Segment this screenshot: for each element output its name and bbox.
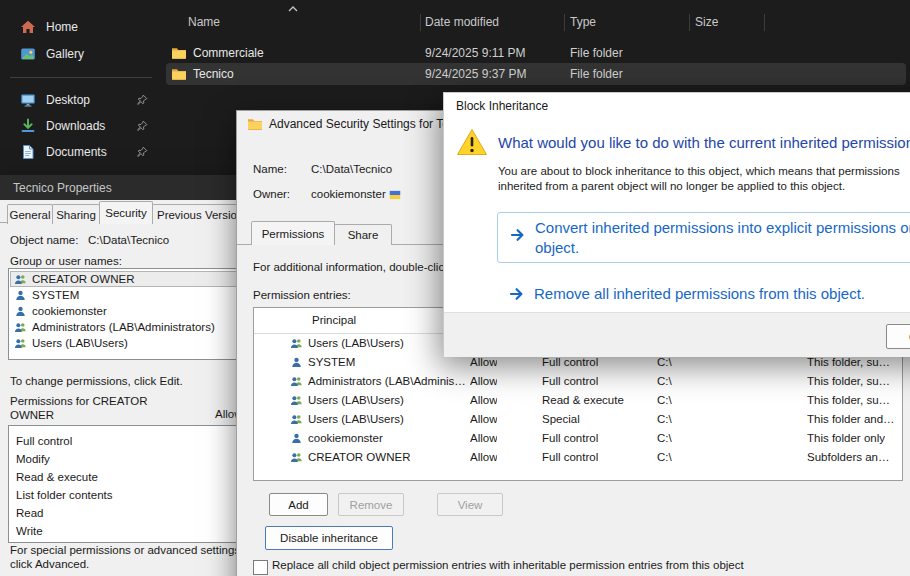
column-header-size[interactable]: Size <box>695 15 718 29</box>
button-label: Remove <box>350 499 393 511</box>
arrow-right-icon <box>509 226 527 244</box>
column-separator <box>420 14 421 31</box>
entry-principal: cookiemonster <box>308 432 383 444</box>
entry-type: Allow <box>470 432 497 444</box>
file-date-modified: 9/24/2025 9:37 PM <box>425 67 526 81</box>
block-title: Block Inheritance <box>456 99 548 113</box>
commandlink-label: Convert inherited permissions into expli… <box>535 218 910 258</box>
pin-icon <box>136 146 148 158</box>
permission-label: Modify <box>16 453 50 465</box>
group-icon <box>290 451 303 464</box>
entry-principal: CREATOR OWNER <box>308 451 410 463</box>
tab-label: Security <box>105 207 147 219</box>
object-name-label: Object name: <box>10 234 78 246</box>
tab-permissions[interactable]: Permissions <box>251 221 335 245</box>
block-footer: Cancel <box>444 312 910 357</box>
entry-applies-to: This folder, subfolders and files <box>807 394 895 406</box>
sidebar-item-label: Documents <box>46 145 107 159</box>
permission-entry-row[interactable]: Users (LAB\Users) Allow Special C:\ This… <box>254 410 902 429</box>
group-icon <box>290 375 303 388</box>
remove-permissions-commandlink[interactable]: Remove all inherited permissions from th… <box>497 279 910 309</box>
entry-principal: Users (LAB\Users) <box>308 337 404 349</box>
file-type: File folder <box>570 46 623 60</box>
button-label: View <box>458 499 483 511</box>
sidebar-divider <box>10 77 152 78</box>
disable-inheritance-button[interactable]: Disable inheritance <box>265 526 393 550</box>
user-icon <box>290 432 303 445</box>
name-label: Name: <box>253 163 287 175</box>
permission-label: Write <box>16 525 43 537</box>
entry-principal: Users (LAB\Users) <box>308 413 404 425</box>
replace-permissions-checkbox[interactable] <box>253 560 268 575</box>
folder-icon <box>247 116 263 132</box>
entry-inherited-from: C:\ <box>657 413 672 425</box>
group-icon <box>14 321 27 334</box>
block-heading: What would you like to do with the curre… <box>498 134 910 151</box>
entry-inherited-from: C:\ <box>657 394 672 406</box>
convert-permissions-commandlink[interactable]: Convert inherited permissions into expli… <box>497 212 910 263</box>
properties-title: Tecnico Properties <box>13 181 112 195</box>
tab-label: Permissions <box>262 228 325 240</box>
tab-security[interactable]: Security <box>99 201 153 224</box>
permission-label: List folder contents <box>16 489 113 501</box>
column-header-date-modified[interactable]: Date modified <box>425 15 499 29</box>
principal-name: Administrators (LAB\Administrators) <box>32 321 215 333</box>
tab-share[interactable]: Share <box>334 224 392 245</box>
entry-principal: Users (LAB\Users) <box>308 394 404 406</box>
arrow-right-icon <box>508 285 526 303</box>
tab-sharing[interactable]: Sharing <box>52 204 100 224</box>
sidebar-item-gallery[interactable]: Gallery <box>8 41 158 67</box>
entry-applies-to: This folder, subfolders and files <box>807 375 895 387</box>
permission-entry-row[interactable]: cookiemonster Allow Full control C:\ Thi… <box>254 429 902 448</box>
folder-icon <box>171 66 187 82</box>
sidebar-item-downloads[interactable]: Downloads <box>8 113 158 139</box>
tab-general[interactable]: General <box>7 204 53 224</box>
advanced-note: For special permissions or advanced sett… <box>10 543 260 571</box>
sidebar-item-label: Gallery <box>46 47 84 61</box>
column-separator <box>564 14 565 31</box>
permission-entry-row[interactable]: Administrators (LAB\Administrators) Allo… <box>254 372 902 391</box>
file-name: Tecnico <box>193 67 234 81</box>
column-separator <box>764 14 765 31</box>
entry-access: Full control <box>542 432 598 444</box>
owner-label: Owner: <box>253 188 290 200</box>
object-name-value: C:\Data\Tecnico <box>88 234 169 246</box>
entry-inherited-from: C:\ <box>657 432 672 444</box>
replace-permissions-label: Replace all child object permission entr… <box>272 559 744 571</box>
cancel-button[interactable]: Cancel <box>886 324 910 349</box>
entry-type: Allow <box>470 356 497 368</box>
file-row-commerciale[interactable]: Commerciale 9/24/2025 9:11 PM File folde… <box>166 42 906 64</box>
permission-label: Read <box>16 507 44 519</box>
column-header-type[interactable]: Type <box>570 15 596 29</box>
column-header-principal[interactable]: Principal <box>312 314 356 326</box>
warning-icon <box>456 127 488 157</box>
group-icon <box>290 394 303 407</box>
add-button[interactable]: Add <box>269 493 328 516</box>
column-header-name[interactable]: Name <box>188 15 220 29</box>
column-separator <box>689 14 690 31</box>
folder-icon <box>171 45 187 61</box>
entry-principal: SYSTEM <box>308 356 355 368</box>
permission-label: Read & execute <box>16 471 98 483</box>
sidebar-item-home[interactable]: Home <box>8 14 158 40</box>
user-icon <box>14 289 27 302</box>
group-icon <box>290 337 303 350</box>
file-row-tecnico[interactable]: Tecnico 9/24/2025 9:37 PM File folder <box>166 63 906 85</box>
sidebar-item-documents[interactable]: Documents <box>8 139 158 165</box>
entry-principal: Administrators (LAB\Administrators) <box>308 375 466 387</box>
permission-entry-row[interactable]: Users (LAB\Users) Allow Read & execute C… <box>254 391 902 410</box>
tab-label: Sharing <box>56 209 96 221</box>
entry-access: Special <box>542 413 580 425</box>
permissions-for-label: Permissions for CREATOR OWNER <box>10 394 160 422</box>
name-value: C:\Data\Tecnico <box>311 163 392 175</box>
block-body-line: inherited from a parent object will no l… <box>498 180 845 192</box>
sidebar-item-desktop[interactable]: Desktop <box>8 87 158 113</box>
permission-entry-row[interactable]: CREATOR OWNER Allow Full control C:\ Sub… <box>254 448 902 467</box>
entry-type: Allow <box>470 394 497 406</box>
entry-inherited-from: C:\ <box>657 375 672 387</box>
button-label: Disable inheritance <box>280 532 378 544</box>
gallery-icon <box>20 46 36 62</box>
entry-applies-to: This folder and subfolders <box>807 413 895 425</box>
documents-icon <box>20 144 36 160</box>
entry-inherited-from: C:\ <box>657 451 672 463</box>
